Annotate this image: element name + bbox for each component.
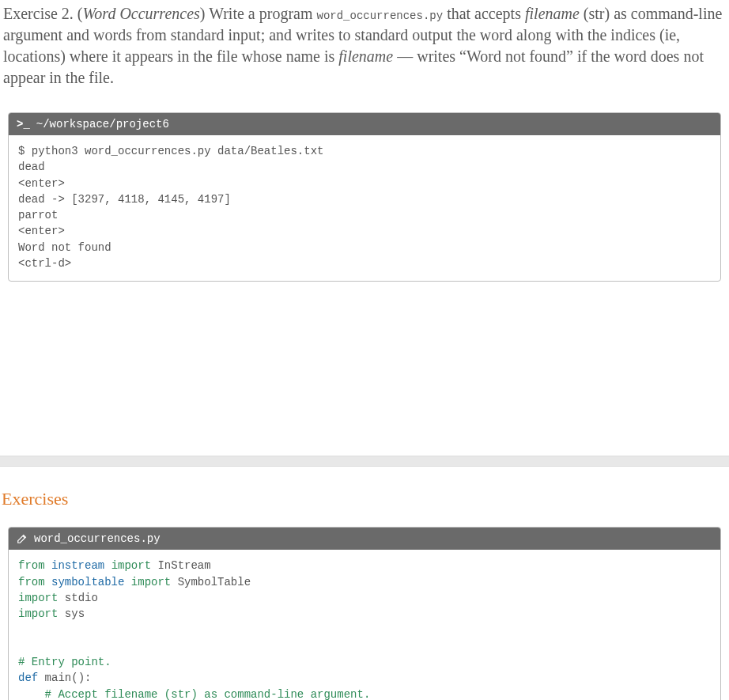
exercise-after-title: ) Write a program bbox=[200, 5, 317, 22]
exercise-seg1: that accepts bbox=[443, 5, 525, 22]
exercise-title: Word Occurrences bbox=[83, 5, 200, 22]
program-name: word_occurrences.py bbox=[316, 9, 443, 22]
terminal-prompt-icon: >_ bbox=[17, 118, 30, 131]
slide-exercise: Exercise 2. (Word Occurrences) Write a p… bbox=[0, 0, 729, 456]
exercise-prefix: Exercise 2. ( bbox=[3, 5, 83, 22]
slide-whitespace bbox=[0, 289, 729, 456]
code-box: word_occurrences.py from instream import… bbox=[8, 527, 721, 700]
filename-1: filename bbox=[525, 5, 580, 22]
code-header: word_occurrences.py bbox=[9, 528, 720, 550]
slide-divider bbox=[0, 456, 729, 467]
terminal-path: ~/workspace/project6 bbox=[36, 118, 169, 131]
edit-icon bbox=[17, 533, 28, 544]
code-body: from instream import InStream from symbo… bbox=[9, 550, 720, 700]
section-title: Exercises bbox=[0, 467, 729, 513]
slide-code: Exercises word_occurrences.py from instr… bbox=[0, 467, 729, 700]
terminal-box: >_ ~/workspace/project6 $ python3 word_o… bbox=[8, 112, 721, 282]
terminal-body: $ python3 word_occurrences.py data/Beatl… bbox=[9, 135, 720, 281]
filename-2: filename bbox=[338, 47, 393, 65]
terminal-header: >_ ~/workspace/project6 bbox=[9, 113, 720, 135]
exercise-paragraph: Exercise 2. (Word Occurrences) Write a p… bbox=[0, 0, 729, 98]
code-filename: word_occurrences.py bbox=[34, 532, 161, 545]
